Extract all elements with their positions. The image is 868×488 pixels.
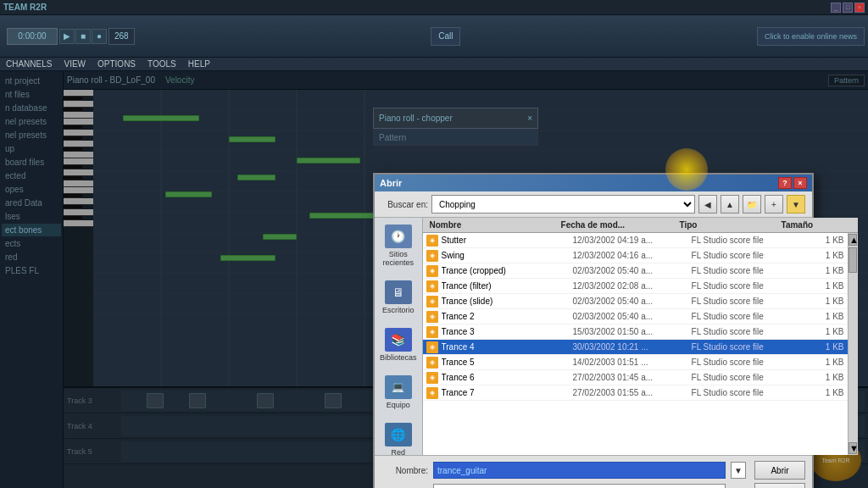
- file-type: FL Studio score file: [692, 327, 793, 336]
- file-icon: ◈: [426, 372, 438, 384]
- file-row[interactable]: ◈ Swing 12/03/2002 04:16 a... FL Studio …: [423, 248, 848, 263]
- col-name[interactable]: Nombre: [426, 219, 558, 230]
- file-name: Trance 5: [442, 358, 573, 367]
- file-list[interactable]: ◈ Stutter 12/03/2002 04:19 a... FL Studi…: [423, 233, 848, 455]
- file-icon: ◈: [426, 341, 438, 353]
- shortcut-network-label: Red: [392, 448, 406, 457]
- dialog-titlebar: Abrir ? ×: [375, 175, 812, 191]
- tipo-row: Tipo: FruityLoops score file (*.fsc) Can…: [381, 483, 805, 488]
- online-notice[interactable]: Click to enable online news: [757, 27, 865, 46]
- shortcut-libraries[interactable]: 📚 Bibliotecas: [376, 324, 420, 365]
- file-name: Trance 4: [442, 342, 573, 352]
- file-size: 1 KB: [793, 327, 844, 336]
- file-type: FL Studio score file: [692, 312, 793, 321]
- file-icon: ◈: [426, 250, 438, 262]
- file-type: FL Studio score file: [692, 297, 793, 306]
- toolbar: 0:00:00 ▶ ■ ● 268 Call Click to enable o…: [0, 15, 868, 58]
- file-list-header: Nombre Fecha de mod... Tipo Tamaño: [423, 218, 858, 233]
- buscar-select[interactable]: Chopping: [431, 195, 695, 214]
- bg-dialog-close[interactable]: ×: [527, 114, 532, 123]
- dialog-close-btn[interactable]: ×: [793, 177, 807, 189]
- file-date: 12/03/2002 04:19 a...: [573, 236, 692, 245]
- recent-icon: 🕐: [385, 225, 412, 248]
- file-icon: ◈: [426, 357, 438, 369]
- pattern-bg-label: Pattern: [373, 129, 538, 146]
- play-btn[interactable]: ▶: [59, 29, 75, 44]
- file-size: 1 KB: [793, 281, 844, 291]
- network-icon: 🌐: [385, 423, 412, 446]
- buscar-up-btn[interactable]: ▲: [721, 195, 739, 214]
- bpm-display: 268: [108, 28, 135, 45]
- shortcut-network[interactable]: 🌐 Red: [381, 419, 415, 460]
- file-name: Trance (filter): [442, 281, 573, 291]
- file-icon: ◈: [426, 235, 438, 247]
- buscar-new-btn[interactable]: +: [765, 195, 783, 214]
- shortcut-recent[interactable]: 🕐 Sitios recientes: [376, 221, 420, 270]
- file-row[interactable]: ◈ Trance 4 30/03/2002 10:21 ... FL Studi…: [423, 340, 848, 355]
- file-row[interactable]: ◈ Trance 3 15/03/2002 01:50 a... FL Stud…: [423, 324, 848, 340]
- minimize-btn[interactable]: _: [831, 3, 841, 13]
- menu-options[interactable]: OPTIONS: [95, 59, 138, 69]
- file-row[interactable]: ◈ Trance 6 27/02/2003 01:45 a... FL Stud…: [423, 370, 848, 385]
- scroll-down-btn[interactable]: ▼: [849, 442, 857, 454]
- file-date: 02/03/2002 05:40 a...: [573, 312, 692, 321]
- buscar-menu-btn[interactable]: ▼: [787, 195, 805, 214]
- tipo-select[interactable]: FruityLoops score file (*.fsc): [433, 484, 726, 488]
- shortcut-computer[interactable]: 💻 Equipo: [381, 372, 415, 413]
- app-title: TEAM R2R: [3, 3, 47, 12]
- file-name: Trance 6: [442, 373, 573, 382]
- dialog-body: 🕐 Sitios recientes 🖥 Escritorio 📚 Biblio…: [375, 218, 812, 455]
- computer-icon: 💻: [385, 375, 412, 399]
- buscar-folder-btn[interactable]: 📁: [743, 195, 761, 214]
- file-name: Trance 3: [442, 327, 573, 336]
- file-date: 15/03/2002 01:50 a...: [573, 327, 692, 336]
- file-row[interactable]: ◈ Trance 5 14/02/2003 01:51 ... FL Studi…: [423, 355, 848, 370]
- file-icon: ◈: [426, 265, 438, 277]
- modal-overlay: Piano roll - chopper × Pattern Abrir ? ×…: [0, 71, 868, 488]
- close-btn[interactable]: ×: [854, 3, 865, 13]
- record-btn[interactable]: ●: [92, 29, 107, 44]
- file-size: 1 KB: [793, 358, 844, 367]
- file-type: FL Studio score file: [692, 358, 793, 367]
- file-row[interactable]: ◈ Trance (slide) 02/03/2002 05:40 a... F…: [423, 294, 848, 309]
- tempo-display[interactable]: 0:00:00: [7, 28, 58, 45]
- maximize-btn[interactable]: □: [843, 3, 853, 13]
- call-display: Call: [431, 27, 460, 46]
- file-date: 02/03/2002 05:40 a...: [573, 297, 692, 306]
- shortcut-desktop[interactable]: 🖥 Escritorio: [379, 277, 418, 318]
- cancelar-button[interactable]: Cancelar: [754, 483, 805, 488]
- file-name: Trance (slide): [442, 297, 573, 306]
- file-icon: ◈: [426, 326, 438, 338]
- scroll-up-btn[interactable]: ▲: [849, 234, 857, 246]
- shortcut-libraries-label: Bibliotecas: [380, 353, 417, 362]
- file-size: 1 KB: [793, 312, 844, 321]
- nombre-label: Nombre:: [381, 466, 428, 475]
- col-size[interactable]: Tamaño: [778, 219, 829, 230]
- menu-view[interactable]: VIEW: [61, 59, 88, 69]
- abrir-button[interactable]: Abrir: [754, 461, 805, 480]
- dialog-help-btn[interactable]: ?: [778, 177, 792, 189]
- menu-tools[interactable]: TOOLS: [145, 59, 179, 69]
- col-type[interactable]: Tipo: [676, 219, 778, 230]
- file-list-scrollbar[interactable]: ▲ ▼: [848, 233, 858, 455]
- file-date: 12/03/2002 04:16 a...: [573, 251, 692, 260]
- nombre-input[interactable]: [433, 462, 726, 479]
- scroll-thumb[interactable]: [849, 247, 857, 273]
- menu-channels[interactable]: CHANNELS: [3, 59, 54, 69]
- buscar-back-btn[interactable]: ◀: [698, 195, 717, 214]
- file-row[interactable]: ◈ Trance (cropped) 02/03/2002 05:40 a...…: [423, 263, 848, 279]
- buscar-row: Buscar en: Chopping ◀ ▲ 📁 + ▼: [375, 191, 812, 218]
- shortcut-desktop-label: Escritorio: [382, 306, 415, 314]
- libraries-icon: 📚: [385, 328, 412, 352]
- file-row[interactable]: ◈ Trance (filter) 12/03/2002 02:08 a... …: [423, 279, 848, 294]
- file-name: Trance 7: [442, 388, 573, 397]
- col-date[interactable]: Fecha de mod...: [558, 219, 676, 230]
- menu-help[interactable]: HELP: [186, 59, 213, 69]
- stop-btn[interactable]: ■: [75, 29, 91, 44]
- nombre-row: Nombre: ▼ Abrir: [381, 461, 805, 480]
- file-row[interactable]: ◈ Trance 2 02/03/2002 05:40 a... FL Stud…: [423, 309, 848, 324]
- file-type: FL Studio score file: [692, 373, 793, 382]
- file-row[interactable]: ◈ Stutter 12/03/2002 04:19 a... FL Studi…: [423, 233, 848, 248]
- file-row[interactable]: ◈ Trance 7 27/02/2003 01:55 a... FL Stud…: [423, 385, 848, 401]
- nombre-dropdown-btn[interactable]: ▼: [731, 462, 746, 479]
